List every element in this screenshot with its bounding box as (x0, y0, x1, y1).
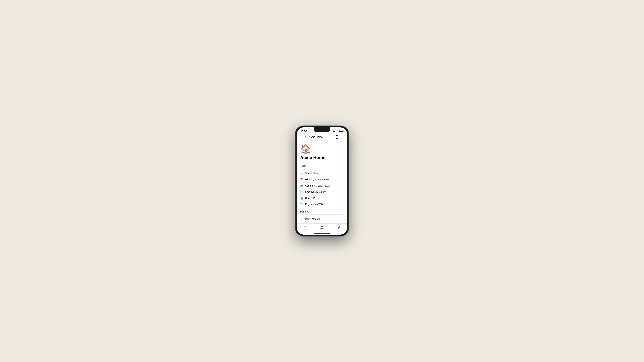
menu-button[interactable] (300, 136, 302, 138)
tab-bar (297, 223, 347, 235)
list-item[interactable]: 🚗 Vacation Policy (297, 222, 347, 223)
item-emoji: 🚩 (300, 178, 304, 181)
page-title: Acme Home (297, 154, 347, 164)
status-bar: 10:59 (297, 127, 347, 134)
item-emoji: 📋 (300, 217, 304, 221)
section-team-divider (300, 169, 344, 169)
signal-icon (333, 130, 335, 132)
item-label: Office Manual (305, 218, 320, 220)
section-policies-header: Policies (297, 209, 347, 214)
list-item[interactable]: 🚌 Company Goals – 2019 (297, 183, 347, 189)
battery-fill (340, 131, 343, 132)
nav-left: 🏠 Acme Home (300, 135, 323, 138)
item-emoji: 📊 (300, 190, 304, 193)
compose-tab[interactable] (336, 225, 342, 231)
wifi-icon (336, 130, 338, 132)
item-label: Mission, Vision, Values (305, 178, 329, 181)
item-emoji: 🔧 (300, 203, 304, 206)
list-item[interactable]: 🚩 Mission, Vision, Values (297, 176, 347, 183)
item-emoji: 🖨️ (300, 196, 304, 200)
item-label: What's New (305, 172, 318, 175)
search-tab[interactable] (302, 225, 308, 231)
list-item[interactable]: ⭐ What's New (297, 170, 347, 176)
page-emoji: 🏠 (297, 140, 347, 154)
more-button[interactable]: ··· (341, 135, 344, 139)
home-indicator (314, 233, 330, 234)
share-button[interactable] (336, 135, 338, 139)
notch (314, 127, 330, 132)
section-policies-divider (300, 214, 344, 215)
item-label: Recent Press (305, 197, 319, 199)
item-emoji: 🚌 (300, 184, 304, 187)
item-label: Company Goals – 2019 (305, 184, 330, 187)
phone-screen: 10:59 (297, 127, 347, 235)
item-emoji: ⭐ (300, 172, 304, 175)
nav-bar: 🏠 Acme Home ··· (297, 134, 347, 140)
status-icons (333, 130, 344, 132)
nav-title-text: Acme Home (309, 135, 323, 138)
phone-device: 10:59 (295, 126, 349, 236)
list-item[interactable]: 📋 Office Manual (297, 216, 347, 222)
list-item[interactable]: 🔧 Engineering Wiki (297, 201, 347, 207)
svg-line-1 (306, 229, 307, 230)
nav-right: ··· (336, 135, 344, 139)
item-label: Engineering Wiki (305, 203, 323, 206)
battery-icon (340, 130, 344, 132)
list-item[interactable]: 📊 Employee Directory (297, 189, 347, 195)
notifications-tab[interactable] (319, 225, 325, 231)
nav-emoji: 🏠 (304, 135, 308, 138)
page-content: 🏠 Acme Home Team ⭐ What's New 🚩 Mission,… (297, 140, 347, 223)
section-team-header: Team (297, 164, 347, 168)
status-time: 10:59 (300, 130, 307, 133)
item-label: Employee Directory (305, 191, 326, 193)
nav-title: 🏠 Acme Home (304, 135, 323, 138)
list-item[interactable]: 🖨️ Recent Press (297, 195, 347, 201)
